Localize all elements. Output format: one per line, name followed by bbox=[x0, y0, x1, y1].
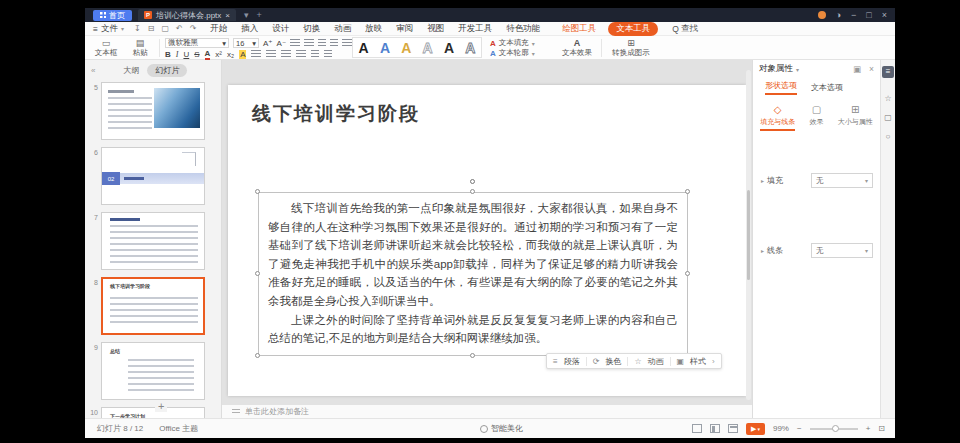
maximize-button[interactable]: □ bbox=[866, 10, 871, 20]
highlight-button[interactable]: A bbox=[239, 50, 246, 59]
fill-line-subtab[interactable]: ◇ 填充与线条 bbox=[760, 104, 795, 131]
resize-handle-w[interactable] bbox=[255, 271, 260, 276]
help-icon[interactable]: ○ bbox=[881, 132, 895, 141]
wordart-style-6[interactable]: A bbox=[465, 40, 475, 56]
resize-handle-sw[interactable] bbox=[255, 353, 260, 358]
slide-9-thumbnail[interactable]: 总结 bbox=[101, 342, 205, 400]
redo-icon[interactable]: ↷ bbox=[190, 24, 197, 33]
current-slide[interactable]: 线下培训学习阶段 线下培训首先给我的第一点印象就是氛围很好，大家都很认真，如果自… bbox=[228, 85, 746, 396]
tab-animation[interactable]: 动画 bbox=[334, 23, 351, 35]
slide-10-thumbnail[interactable]: 下一步学习计划 bbox=[101, 407, 205, 418]
wordart-style-2[interactable]: A bbox=[380, 40, 390, 56]
user-avatar[interactable] bbox=[818, 11, 826, 19]
zoom-out-icon[interactable]: − bbox=[797, 424, 802, 433]
tab-drawing-tools[interactable]: 绘图工具 bbox=[562, 23, 596, 35]
resize-handle-nw[interactable] bbox=[255, 189, 260, 194]
increase-indent-icon[interactable] bbox=[330, 39, 338, 47]
undo-icon[interactable]: ↶ bbox=[176, 24, 183, 33]
dock-panel-icon[interactable]: ▣ bbox=[853, 64, 861, 74]
thumbnail-row-10[interactable]: 10 下一步学习计划 bbox=[85, 407, 222, 418]
new-tab-button[interactable]: + bbox=[257, 10, 262, 20]
insert-textbox-button[interactable]: ▭ 文本框 bbox=[91, 38, 121, 58]
shapes-icon[interactable]: ▢ bbox=[881, 113, 895, 122]
text-options-tab[interactable]: 文本选项 bbox=[811, 82, 843, 93]
font-color-button[interactable]: A bbox=[205, 49, 211, 60]
zoom-in-icon[interactable]: + bbox=[866, 424, 871, 433]
text-effect-button[interactable]: A 文本效果 bbox=[557, 38, 597, 58]
tab-design[interactable]: 设计 bbox=[272, 23, 289, 35]
canvas-scrollbar[interactable] bbox=[746, 70, 751, 400]
thumbnail-row-9[interactable]: 9 总结 bbox=[85, 342, 222, 400]
align-left-icon[interactable] bbox=[251, 50, 261, 58]
text-direction-icon[interactable] bbox=[324, 50, 332, 58]
fill-select[interactable]: 无 ▾ bbox=[811, 173, 873, 188]
thumbnail-row-6[interactable]: 6 02 bbox=[85, 147, 222, 205]
text-fill-button[interactable]: A 文本填充 ▾ bbox=[490, 38, 535, 48]
resize-handle-e[interactable] bbox=[685, 271, 690, 276]
resize-handle-ne[interactable] bbox=[685, 189, 690, 194]
shape-options-tab[interactable]: 形状选项 bbox=[765, 80, 797, 95]
align-center-icon[interactable] bbox=[266, 50, 276, 58]
home-tab[interactable]: 首页 bbox=[93, 10, 132, 21]
subscript-button[interactable]: x₂ bbox=[227, 50, 234, 59]
slide-5-thumbnail[interactable] bbox=[101, 82, 205, 140]
panel-menu-icon[interactable]: ≡ bbox=[882, 66, 894, 78]
more-chevron-icon[interactable]: › bbox=[712, 357, 715, 366]
find-button[interactable]: Q 查找 bbox=[672, 23, 698, 35]
columns-icon[interactable] bbox=[311, 50, 319, 58]
reading-view-icon[interactable] bbox=[728, 424, 738, 433]
shrink-font-button[interactable]: A⁻ bbox=[277, 39, 287, 48]
save-icon[interactable]: ↧ bbox=[134, 24, 141, 33]
tab-list-chevron-icon[interactable]: ▾ bbox=[244, 10, 249, 20]
chevron-down-icon[interactable]: ▾ bbox=[796, 66, 799, 73]
effects-subtab[interactable]: ▢ 效果 bbox=[809, 104, 823, 131]
size-properties-subtab[interactable]: ⊞ 大小与属性 bbox=[838, 104, 873, 131]
normal-view-icon[interactable] bbox=[692, 424, 702, 433]
theme-name[interactable]: Office 主题 bbox=[159, 423, 198, 434]
animation-button[interactable]: 动画 bbox=[648, 356, 664, 367]
tab-close-icon[interactable]: × bbox=[225, 11, 230, 20]
line-select[interactable]: 无 ▾ bbox=[811, 243, 873, 258]
slides-tab-active[interactable]: 幻灯片 bbox=[147, 64, 187, 77]
numbered-list-icon[interactable] bbox=[304, 39, 314, 47]
wordart-style-1[interactable]: A bbox=[359, 40, 369, 56]
tab-developer[interactable]: 开发工具 bbox=[458, 23, 492, 35]
font-name-select[interactable]: 微软雅黑▾ bbox=[165, 38, 229, 48]
notes-bar[interactable]: 单击此处添加备注 bbox=[222, 404, 752, 418]
thumbnail-row-7[interactable]: 7 bbox=[85, 212, 222, 270]
outline-tab[interactable]: 大纲 bbox=[123, 65, 139, 76]
wordart-style-4[interactable]: A bbox=[423, 40, 433, 56]
italic-button[interactable]: I bbox=[176, 50, 179, 59]
smart-beautify-button[interactable]: 智能美化 bbox=[480, 423, 523, 434]
tab-slideshow[interactable]: 放映 bbox=[365, 23, 382, 35]
expand-arrow-icon[interactable]: ▸ bbox=[761, 177, 764, 184]
tab-insert[interactable]: 插入 bbox=[241, 23, 258, 35]
slide-8-thumbnail-selected[interactable]: 线下培训学习阶段 bbox=[101, 277, 205, 335]
bold-button[interactable]: B bbox=[165, 50, 171, 59]
grow-font-button[interactable]: A⁺ bbox=[263, 39, 273, 48]
tab-review[interactable]: 审阅 bbox=[396, 23, 413, 35]
font-size-select[interactable]: 16▾ bbox=[233, 38, 259, 48]
tab-home[interactable]: 开始 bbox=[210, 23, 227, 35]
document-tab[interactable]: P 培训心得体会.pptx × bbox=[138, 9, 236, 21]
slideshow-play-button[interactable]: ▶▾ bbox=[746, 423, 765, 435]
wordart-style-3[interactable]: A bbox=[401, 40, 411, 56]
text-outline-button[interactable]: A 文本轮廓 ▾ bbox=[490, 48, 535, 58]
tab-transition[interactable]: 切换 bbox=[303, 23, 320, 35]
close-panel-icon[interactable]: × bbox=[869, 64, 874, 74]
expand-arrow-icon[interactable]: ▸ bbox=[761, 247, 764, 254]
tab-view[interactable]: 视图 bbox=[427, 23, 444, 35]
slide-sorter-view-icon[interactable] bbox=[710, 424, 720, 433]
slide-7-thumbnail[interactable] bbox=[101, 212, 205, 270]
rotate-handle[interactable] bbox=[470, 179, 475, 184]
favorites-icon[interactable]: ☆ bbox=[881, 94, 895, 103]
superscript-button[interactable]: x² bbox=[215, 50, 222, 59]
strikethrough-button[interactable]: S bbox=[194, 50, 199, 59]
zoom-slider[interactable] bbox=[810, 428, 858, 430]
zoom-level[interactable]: 99% bbox=[773, 424, 789, 433]
align-right-icon[interactable] bbox=[281, 50, 291, 58]
minimize-button[interactable]: − bbox=[851, 10, 856, 20]
body-textbox-selected[interactable]: 线下培训首先给我的第一点印象就是氛围很好，大家都很认真，如果自身不够自律的人在这… bbox=[258, 192, 688, 356]
decrease-indent-icon[interactable] bbox=[318, 39, 326, 47]
zoom-slider-thumb[interactable] bbox=[832, 425, 839, 432]
